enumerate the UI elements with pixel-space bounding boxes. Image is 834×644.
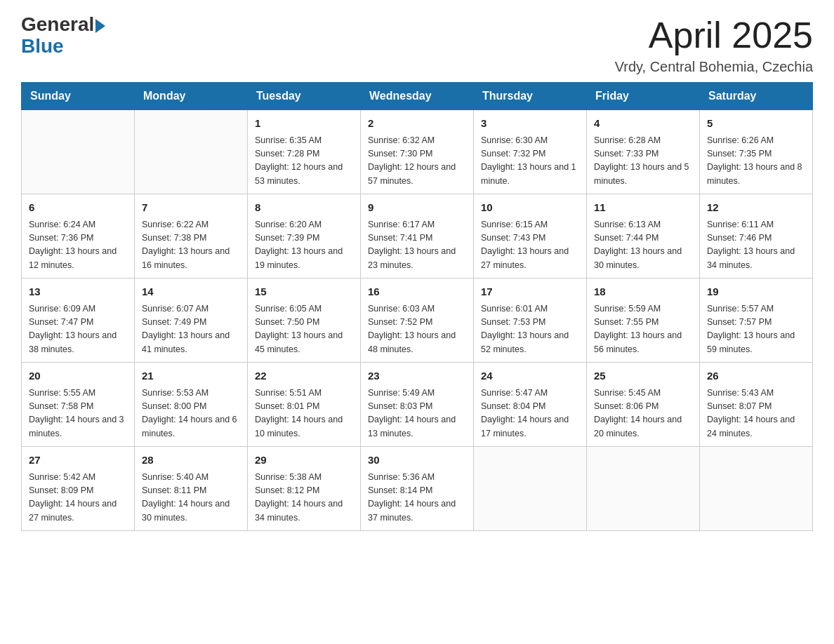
day-info: Sunrise: 6:15 AM Sunset: 7:43 PM Dayligh…	[481, 218, 579, 273]
day-number: 29	[255, 452, 353, 469]
day-info: Sunrise: 6:22 AM Sunset: 7:38 PM Dayligh…	[142, 218, 240, 273]
calendar-cell	[587, 447, 700, 531]
calendar-cell: 1Sunrise: 6:35 AM Sunset: 7:28 PM Daylig…	[248, 110, 361, 194]
page-header: General Blue April 2025 Vrdy, Central Bo…	[21, 14, 813, 75]
day-info: Sunrise: 6:30 AM Sunset: 7:32 PM Dayligh…	[481, 134, 579, 189]
calendar-cell: 25Sunrise: 5:45 AM Sunset: 8:06 PM Dayli…	[587, 363, 700, 447]
day-number: 5	[707, 116, 805, 132]
calendar-cell: 27Sunrise: 5:42 AM Sunset: 8:09 PM Dayli…	[22, 447, 135, 531]
logo-blue: Blue	[21, 36, 105, 58]
weekday-header-friday: Friday	[587, 83, 700, 110]
day-number: 14	[142, 284, 240, 300]
day-info: Sunrise: 5:36 AM Sunset: 8:14 PM Dayligh…	[368, 471, 466, 525]
calendar-week-row: 13Sunrise: 6:09 AM Sunset: 7:47 PM Dayli…	[22, 279, 813, 363]
calendar-cell: 9Sunrise: 6:17 AM Sunset: 7:41 PM Daylig…	[361, 194, 474, 279]
weekday-header-sunday: Sunday	[22, 83, 135, 110]
calendar-cell: 16Sunrise: 6:03 AM Sunset: 7:52 PM Dayli…	[361, 279, 474, 363]
location-subtitle: Vrdy, Central Bohemia, Czechia	[615, 59, 813, 75]
day-number: 26	[707, 368, 805, 384]
weekday-header-wednesday: Wednesday	[361, 83, 474, 110]
day-info: Sunrise: 6:05 AM Sunset: 7:50 PM Dayligh…	[255, 302, 353, 357]
day-number: 24	[481, 368, 579, 384]
month-title: April 2025	[615, 14, 813, 56]
day-number: 19	[707, 284, 805, 300]
calendar-cell: 17Sunrise: 6:01 AM Sunset: 7:53 PM Dayli…	[474, 279, 587, 363]
calendar-cell: 4Sunrise: 6:28 AM Sunset: 7:33 PM Daylig…	[587, 110, 700, 194]
day-number: 8	[255, 200, 353, 216]
day-number: 15	[255, 284, 353, 300]
day-info: Sunrise: 6:20 AM Sunset: 7:39 PM Dayligh…	[255, 218, 353, 273]
day-number: 11	[594, 200, 692, 216]
day-number: 16	[368, 284, 466, 300]
weekday-header-thursday: Thursday	[474, 83, 587, 110]
day-info: Sunrise: 6:35 AM Sunset: 7:28 PM Dayligh…	[255, 134, 353, 189]
day-number: 28	[142, 452, 240, 469]
day-number: 13	[29, 284, 127, 300]
day-number: 17	[481, 284, 579, 300]
weekday-header-monday: Monday	[135, 83, 248, 110]
calendar-cell: 13Sunrise: 6:09 AM Sunset: 7:47 PM Dayli…	[22, 279, 135, 363]
calendar-cell: 5Sunrise: 6:26 AM Sunset: 7:35 PM Daylig…	[700, 110, 813, 194]
day-number: 23	[368, 368, 466, 384]
day-number: 10	[481, 200, 579, 216]
day-number: 2	[368, 116, 466, 132]
day-number: 30	[368, 452, 466, 469]
calendar-cell: 3Sunrise: 6:30 AM Sunset: 7:32 PM Daylig…	[474, 110, 587, 194]
day-info: Sunrise: 6:11 AM Sunset: 7:46 PM Dayligh…	[707, 218, 805, 273]
calendar-cell: 8Sunrise: 6:20 AM Sunset: 7:39 PM Daylig…	[248, 194, 361, 279]
day-number: 4	[594, 116, 692, 132]
day-info: Sunrise: 5:51 AM Sunset: 8:01 PM Dayligh…	[255, 387, 353, 441]
calendar-cell: 29Sunrise: 5:38 AM Sunset: 8:12 PM Dayli…	[248, 447, 361, 531]
day-number: 25	[594, 368, 692, 384]
calendar-cell	[700, 447, 813, 531]
calendar-cell: 7Sunrise: 6:22 AM Sunset: 7:38 PM Daylig…	[135, 194, 248, 279]
calendar-cell: 26Sunrise: 5:43 AM Sunset: 8:07 PM Dayli…	[700, 363, 813, 447]
day-info: Sunrise: 6:32 AM Sunset: 7:30 PM Dayligh…	[368, 134, 466, 189]
logo: General Blue	[21, 14, 105, 58]
day-number: 3	[481, 116, 579, 132]
day-number: 21	[142, 368, 240, 384]
calendar-cell: 19Sunrise: 5:57 AM Sunset: 7:57 PM Dayli…	[700, 279, 813, 363]
day-info: Sunrise: 5:40 AM Sunset: 8:11 PM Dayligh…	[142, 471, 240, 525]
day-number: 7	[142, 200, 240, 216]
day-info: Sunrise: 6:13 AM Sunset: 7:44 PM Dayligh…	[594, 218, 692, 273]
calendar-cell: 10Sunrise: 6:15 AM Sunset: 7:43 PM Dayli…	[474, 194, 587, 279]
day-number: 9	[368, 200, 466, 216]
logo-arrow-icon	[95, 19, 105, 33]
day-info: Sunrise: 5:57 AM Sunset: 7:57 PM Dayligh…	[707, 302, 805, 357]
day-info: Sunrise: 5:42 AM Sunset: 8:09 PM Dayligh…	[29, 471, 127, 525]
day-number: 1	[255, 116, 353, 132]
day-info: Sunrise: 6:17 AM Sunset: 7:41 PM Dayligh…	[368, 218, 466, 273]
day-info: Sunrise: 5:49 AM Sunset: 8:03 PM Dayligh…	[368, 387, 466, 441]
logo-general: General	[21, 14, 94, 36]
calendar-cell: 30Sunrise: 5:36 AM Sunset: 8:14 PM Dayli…	[361, 447, 474, 531]
weekday-header-saturday: Saturday	[700, 83, 813, 110]
weekday-header-row: SundayMondayTuesdayWednesdayThursdayFrid…	[22, 83, 813, 110]
day-info: Sunrise: 5:55 AM Sunset: 7:58 PM Dayligh…	[29, 387, 127, 441]
calendar-cell: 28Sunrise: 5:40 AM Sunset: 8:11 PM Dayli…	[135, 447, 248, 531]
day-info: Sunrise: 6:24 AM Sunset: 7:36 PM Dayligh…	[29, 218, 127, 273]
day-number: 18	[594, 284, 692, 300]
calendar-week-row: 27Sunrise: 5:42 AM Sunset: 8:09 PM Dayli…	[22, 447, 813, 531]
calendar-cell: 18Sunrise: 5:59 AM Sunset: 7:55 PM Dayli…	[587, 279, 700, 363]
day-info: Sunrise: 6:03 AM Sunset: 7:52 PM Dayligh…	[368, 302, 466, 357]
calendar-table: SundayMondayTuesdayWednesdayThursdayFrid…	[21, 82, 813, 531]
calendar-cell: 20Sunrise: 5:55 AM Sunset: 7:58 PM Dayli…	[22, 363, 135, 447]
calendar-cell	[474, 447, 587, 531]
weekday-header-tuesday: Tuesday	[248, 83, 361, 110]
day-info: Sunrise: 6:09 AM Sunset: 7:47 PM Dayligh…	[29, 302, 127, 357]
calendar-cell: 23Sunrise: 5:49 AM Sunset: 8:03 PM Dayli…	[361, 363, 474, 447]
day-info: Sunrise: 6:01 AM Sunset: 7:53 PM Dayligh…	[481, 302, 579, 357]
title-area: April 2025 Vrdy, Central Bohemia, Czechi…	[615, 14, 813, 75]
calendar-cell: 22Sunrise: 5:51 AM Sunset: 8:01 PM Dayli…	[248, 363, 361, 447]
calendar-cell: 6Sunrise: 6:24 AM Sunset: 7:36 PM Daylig…	[22, 194, 135, 279]
day-number: 20	[29, 368, 127, 384]
day-number: 12	[707, 200, 805, 216]
calendar-cell: 15Sunrise: 6:05 AM Sunset: 7:50 PM Dayli…	[248, 279, 361, 363]
calendar-week-row: 6Sunrise: 6:24 AM Sunset: 7:36 PM Daylig…	[22, 194, 813, 279]
calendar-cell	[135, 110, 248, 194]
calendar-cell: 14Sunrise: 6:07 AM Sunset: 7:49 PM Dayli…	[135, 279, 248, 363]
day-info: Sunrise: 6:28 AM Sunset: 7:33 PM Dayligh…	[594, 134, 692, 189]
calendar-week-row: 1Sunrise: 6:35 AM Sunset: 7:28 PM Daylig…	[22, 110, 813, 194]
day-info: Sunrise: 5:43 AM Sunset: 8:07 PM Dayligh…	[707, 387, 805, 441]
